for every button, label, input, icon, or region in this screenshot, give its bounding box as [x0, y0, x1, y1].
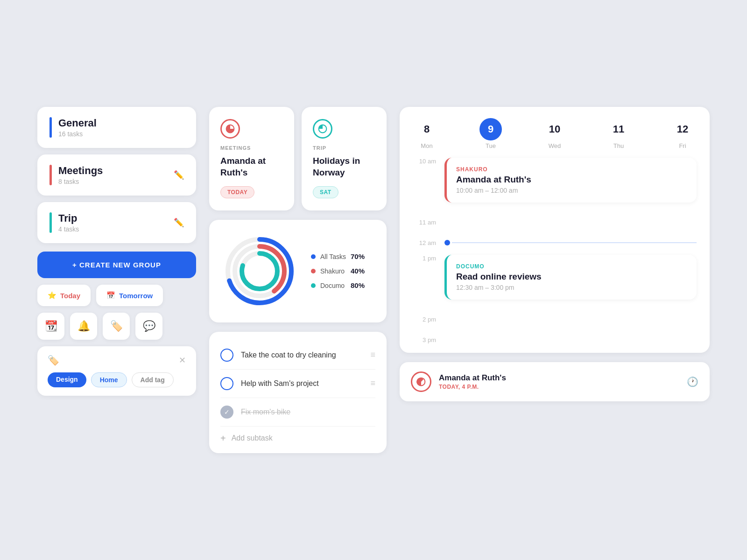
legend-pct-all-tasks: 70%	[351, 252, 365, 260]
legend-item-shakuro: Shakuro 40%	[311, 267, 365, 275]
trip-icon	[313, 119, 332, 139]
cal-day-num-12: 12	[671, 118, 694, 140]
edit-icon-trip[interactable]: ✏️	[174, 217, 184, 228]
cal-day-9[interactable]: 9 Tue	[477, 118, 505, 149]
timeline-event-amanda[interactable]: SHAKURO Amanda at Ruth's 10:00 am – 12:0…	[444, 158, 697, 203]
group-card-trip[interactable]: Trip 4 tasks ✏️	[37, 202, 196, 243]
tasks-card: Take the coat to dry cleaning ≡ Help wit…	[209, 332, 387, 453]
group-subtitle-trip: 4 tasks	[58, 225, 79, 233]
task-item-3: ✓ Fix mom's bike	[220, 398, 375, 427]
timeline-event-documo[interactable]: DOCUMO Read online reviews 12:30 am – 3:…	[444, 255, 697, 300]
calendar-grid-icon-button[interactable]: 📆	[37, 313, 64, 340]
timeline: 10 am SHAKURO Amanda at Ruth's 10:00 am …	[413, 158, 697, 348]
group-title-trip: Trip	[58, 212, 79, 224]
cal-day-11[interactable]: 11 Thu	[605, 118, 633, 149]
star-icon: ⭐	[48, 291, 56, 300]
time-slot-2pm: 2 pm	[413, 311, 697, 328]
cal-day-num-8: 8	[416, 118, 438, 140]
time-slot-1pm: 1 pm DOCUMO Read online reviews 12:30 am…	[413, 255, 697, 307]
cal-day-num-11: 11	[607, 118, 630, 140]
event-card-meetings[interactable]: MEETINGS Amanda at Ruth's TODAY	[209, 107, 294, 210]
tag-card: 🏷️ ✕ Design Home Add tag	[37, 346, 196, 396]
time-label-3pm: 3 pm	[413, 336, 444, 343]
cal-day-num-9: 9	[479, 118, 502, 140]
tag-add[interactable]: Add tag	[132, 372, 174, 387]
add-subtask-label: Add subtask	[232, 434, 273, 442]
task-text-1: Take the coat to dry cleaning	[241, 351, 363, 359]
group-card-general[interactable]: General 16 tasks	[37, 107, 196, 148]
cal-day-label-9: Tue	[486, 142, 496, 149]
cal-day-label-10: Wed	[549, 142, 561, 149]
timeline-title-amanda: Amanda at Ruth's	[456, 175, 687, 185]
event-badge-meetings: TODAY	[220, 186, 254, 198]
middle-column: MEETINGS Amanda at Ruth's TODAY TRIP Hol…	[209, 107, 387, 453]
add-subtask-button[interactable]: + Add subtask	[220, 427, 375, 444]
task-text-2: Help with Sam's project	[241, 379, 363, 388]
task-item-2: Help with Sam's project ≡	[220, 370, 375, 398]
tag-header-icon: 🏷️	[48, 355, 59, 366]
tag-list: Design Home Add tag	[48, 372, 186, 387]
group-card-meetings[interactable]: Meetings 8 tasks ✏️	[37, 154, 196, 196]
legend-dot-documo	[311, 283, 316, 288]
event-title-meetings: Amanda at Ruth's	[220, 155, 283, 178]
task-menu-1[interactable]: ≡	[370, 350, 375, 360]
time-slot-10am: 10 am SHAKURO Amanda at Ruth's 10:00 am …	[413, 158, 697, 210]
legend-pct-shakuro: 40%	[351, 267, 365, 275]
donut-legend: All Tasks 70% Shakuro 40% Documo 80%	[311, 252, 365, 289]
tag-home[interactable]: Home	[91, 372, 127, 387]
task-checkbox-3[interactable]: ✓	[220, 406, 233, 419]
tag-icon-button[interactable]: 🏷️	[103, 313, 130, 340]
event-card-trip[interactable]: TRIP Holidays in Norway SAT	[302, 107, 387, 210]
donut-chart-card: All Tasks 70% Shakuro 40% Documo 80%	[209, 220, 387, 322]
cal-day-label-12: Fri	[679, 142, 686, 149]
quick-buttons-row: ⭐ Today 📅 Tomorrow	[37, 285, 196, 306]
tag-design[interactable]: Design	[48, 372, 86, 387]
event-type-meetings: MEETINGS	[220, 145, 283, 151]
clock-icon[interactable]: 🕐	[687, 376, 698, 387]
task-checkbox-1[interactable]	[220, 349, 233, 362]
task-menu-2[interactable]: ≡	[370, 378, 375, 388]
message-icon: 💬	[143, 320, 155, 332]
time-label-10am: 10 am	[413, 158, 444, 165]
group-subtitle-general: 16 tasks	[58, 130, 97, 138]
tag-icon: 🏷️	[110, 320, 123, 332]
cal-day-num-10: 10	[543, 118, 566, 140]
group-color-bar-trip	[49, 212, 52, 233]
calendar-grid-icon: 📆	[45, 320, 57, 332]
tomorrow-button[interactable]: 📅 Tomorrow	[96, 285, 163, 306]
cal-day-8[interactable]: 8 Mon	[413, 118, 441, 149]
create-new-group-button[interactable]: + CREATE NEW GROUP	[37, 252, 196, 278]
cal-day-12[interactable]: 12 Fri	[669, 118, 697, 149]
bottom-event-card[interactable]: Amanda at Ruth's TODAY, 4 P.M. 🕐	[400, 362, 710, 401]
legend-dot-shakuro	[311, 269, 316, 273]
cal-day-10[interactable]: 10 Wed	[541, 118, 569, 149]
task-item-1: Take the coat to dry cleaning ≡	[220, 341, 375, 370]
close-tag-card-button[interactable]: ✕	[179, 355, 186, 365]
cal-day-label-11: Thu	[613, 142, 624, 149]
today-button[interactable]: ⭐ Today	[37, 285, 91, 306]
legend-label-documo: Documo	[320, 282, 346, 289]
timeline-company-documo: DOCUMO	[456, 263, 687, 270]
meetings-icon	[220, 119, 240, 139]
edit-icon-meetings[interactable]: ✏️	[174, 170, 184, 180]
message-icon-button[interactable]: 💬	[135, 313, 162, 340]
calendar-icon: 📅	[106, 291, 115, 300]
group-color-bar-general	[49, 117, 52, 138]
bell-icon-button[interactable]: 🔔	[70, 313, 97, 340]
timeline-title-documo: Read online reviews	[456, 272, 687, 282]
task-checkbox-2[interactable]	[220, 377, 233, 390]
icon-buttons-row: 📆 🔔 🏷️ 💬	[37, 313, 196, 340]
event-badge-trip: SAT	[313, 186, 338, 198]
legend-pct-documo: 80%	[351, 281, 365, 289]
add-subtask-plus-icon: +	[220, 433, 226, 444]
legend-label-shakuro: Shakuro	[320, 267, 346, 275]
time-slot-12am-current: 12 am	[413, 234, 697, 251]
timeline-time-amanda: 10:00 am – 12:00 am	[456, 187, 687, 194]
donut-chart	[222, 234, 297, 308]
legend-label-all-tasks: All Tasks	[320, 253, 346, 260]
time-slot-11am: 11 am	[413, 214, 697, 231]
timeline-company-shakuro: SHAKURO	[456, 166, 687, 173]
bottom-event-icon	[411, 371, 431, 392]
cal-day-label-8: Mon	[421, 142, 432, 149]
group-title-general: General	[58, 117, 97, 129]
